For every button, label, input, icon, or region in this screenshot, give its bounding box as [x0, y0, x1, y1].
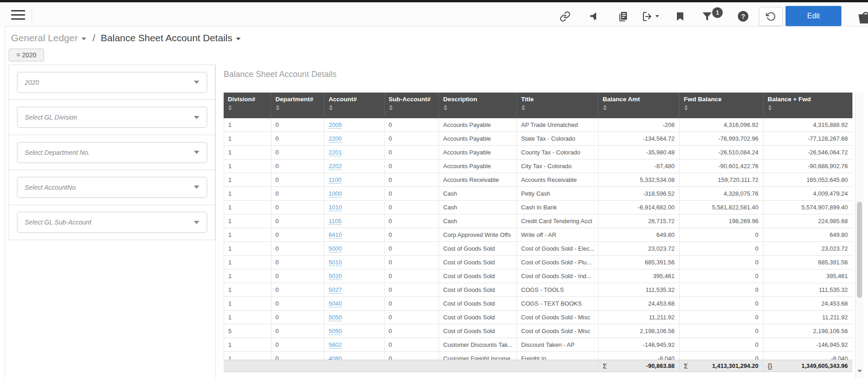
account-link[interactable]: 5040	[329, 300, 342, 307]
cell-title: Cost of Goods Sold - Ind...	[517, 269, 599, 283]
basket-icon[interactable]	[858, 9, 868, 23]
scrollbar-down-arrow-icon[interactable]	[857, 370, 862, 373]
year-filter-chip[interactable]: = 2020	[9, 49, 44, 61]
bookmark-icon[interactable]	[675, 11, 686, 22]
sort-arrows-icon[interactable]	[275, 105, 280, 110]
filter-row: Select GL Sub-Account	[9, 205, 215, 240]
cell-account: 6410	[324, 228, 385, 241]
column-label: Balance Amt	[603, 96, 676, 103]
refresh-icon	[766, 11, 776, 22]
cell-balance-amt: 685,391.56	[599, 256, 680, 269]
account-link[interactable]: 5010	[329, 259, 342, 266]
sort-arrows-icon[interactable]	[684, 105, 688, 110]
hamburger-menu-icon[interactable]	[11, 10, 25, 21]
cell-department: 0	[271, 118, 324, 131]
help-icon[interactable]: ?	[738, 11, 748, 22]
account-link[interactable]: 5050	[329, 328, 342, 334]
sort-arrows-icon[interactable]	[228, 105, 232, 110]
breadcrumb: General Ledger / Balance Sheet Account D…	[11, 31, 241, 45]
footer-fwd-balance-total: Σ 1,413,301,294.20	[679, 360, 763, 372]
breadcrumb-section[interactable]: General Ledger	[11, 33, 86, 44]
account-link[interactable]: 2202	[329, 163, 342, 170]
table-row: 1050400Cost of Goods SoldCOGS - TEXT BOO…	[224, 297, 852, 311]
cell-title: Cost of Goods Sold - Plu...	[517, 256, 599, 269]
table-row: 1064100Corp Approved Write OffsWrite off…	[224, 228, 852, 242]
sidebar-divider	[215, 65, 216, 378]
column-header-account[interactable]: Account#	[324, 93, 384, 118]
cell-title: Cost of Goods Sold - Misc	[517, 324, 599, 338]
cell-sub-account: 0	[385, 324, 439, 338]
cell-balance-fwd: 165,052,645.80	[764, 173, 852, 186]
account-link[interactable]: 5602	[329, 341, 342, 348]
announcement-icon[interactable]	[589, 11, 600, 22]
column-header-sub-account[interactable]: Sub-Account#	[384, 93, 439, 118]
cell-division: 1	[224, 201, 271, 214]
table-scrollbar[interactable]	[855, 93, 863, 378]
cell-department: 0	[271, 297, 324, 310]
sort-arrows-icon[interactable]	[329, 105, 333, 110]
table-footer-row: Σ -90,863.88 Σ 1,413,301,294.20 {} 1,349…	[224, 360, 852, 372]
account-link[interactable]: 5020	[329, 273, 342, 279]
sort-arrows-icon[interactable]	[603, 105, 607, 110]
account-link[interactable]: 5050	[329, 314, 342, 321]
sort-arrows-icon[interactable]	[521, 105, 526, 110]
export-icon[interactable]	[642, 11, 653, 22]
account-link[interactable]: 1010	[329, 204, 342, 211]
column-header-title[interactable]: Title	[516, 93, 598, 118]
account-link[interactable]: 2200	[329, 135, 342, 142]
table-row: 5050500Cost of Goods SoldCost of Goods S…	[224, 324, 852, 338]
cell-account: 5020	[324, 269, 385, 283]
column-header-balance-amt[interactable]: Balance Amt	[598, 93, 679, 118]
filter-icon[interactable]	[702, 11, 713, 22]
cell-account: 2202	[324, 159, 385, 173]
cell-balance-amt: 24,453.68	[599, 297, 680, 310]
cell-department: 0	[271, 228, 324, 241]
cell-balance-fwd: 5,574,907,899.40	[764, 201, 852, 214]
column-header-description[interactable]: Description	[439, 93, 516, 118]
export-dropdown-caret-icon[interactable]	[655, 15, 659, 17]
breadcrumb-page[interactable]: Balance Sheet Account Details	[101, 33, 241, 44]
cell-description: Cost of Goods Sold	[439, 324, 517, 338]
filter-dropdown[interactable]: Select Department No.	[17, 142, 207, 163]
cell-title: City Tax - Colorado	[517, 159, 599, 173]
cell-description: Accounts Payable	[439, 159, 517, 173]
cell-description: Cost of Goods Sold	[439, 283, 517, 296]
cell-balance-amt: -146,945.92	[599, 338, 680, 351]
account-link[interactable]: 2201	[329, 149, 342, 156]
account-link[interactable]: 5000	[329, 245, 342, 252]
sort-arrows-icon[interactable]	[768, 105, 772, 110]
account-link[interactable]: 6410	[329, 231, 342, 238]
copy-icon[interactable]	[618, 11, 629, 22]
edit-button[interactable]: Edit	[786, 6, 841, 26]
cell-description: Accounts Receivable	[439, 173, 517, 186]
filter-dropdown[interactable]: Select GL Division	[17, 107, 207, 128]
filter-dropdown[interactable]: Select AccountNo.	[17, 177, 207, 198]
account-link[interactable]: 1000	[329, 190, 342, 197]
column-header-fwd-balance[interactable]: Fwd Balance	[679, 93, 763, 118]
cell-department: 0	[271, 159, 324, 173]
table-row: 1022020Accounts PayableCity Tax - Colora…	[224, 159, 852, 173]
footer-cell-empty	[324, 360, 384, 372]
table-row: 1011000Accounts ReceivableAccounts Recei…	[224, 173, 852, 187]
account-link[interactable]: 2005	[329, 121, 342, 128]
cell-title: Accounts Receivable	[517, 173, 599, 186]
cell-account: 1100	[324, 173, 385, 186]
column-header-balance-fwd[interactable]: Balance + Fwd	[763, 93, 852, 118]
scrollbar-thumb[interactable]	[857, 202, 862, 298]
sort-arrows-icon[interactable]	[389, 105, 393, 110]
sort-arrows-icon[interactable]	[443, 105, 448, 110]
cell-department: 0	[271, 214, 324, 228]
cell-balance-amt: 395,461	[599, 269, 680, 283]
refresh-button[interactable]	[759, 7, 783, 26]
account-link[interactable]: 1105	[329, 218, 341, 225]
account-link[interactable]: 5027	[329, 286, 342, 293]
filter-dropdown[interactable]: 2020	[17, 72, 207, 93]
column-header-division[interactable]: Division#	[224, 93, 271, 118]
cell-department: 0	[271, 146, 324, 159]
cell-division: 1	[224, 132, 271, 145]
filter-dropdown[interactable]: Select GL Sub-Account	[17, 212, 207, 233]
column-header-department[interactable]: Department#	[271, 93, 324, 118]
filter-value: 2020	[25, 79, 39, 86]
account-link[interactable]: 1100	[329, 176, 341, 183]
link-icon[interactable]	[560, 11, 571, 22]
